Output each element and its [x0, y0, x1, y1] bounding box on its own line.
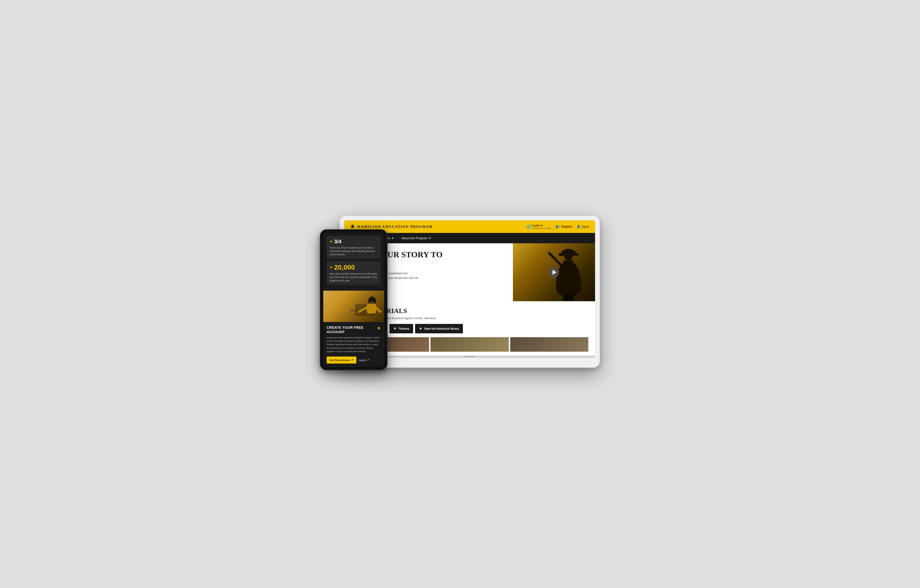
play-button[interactable] — [549, 267, 559, 278]
nav-about-label: About the Program — [401, 236, 428, 240]
scene: ★ Hamilton Education Program 🌐 English ▾… — [315, 206, 605, 382]
svg-rect-8 — [569, 294, 574, 301]
device-wrapper: ★ Hamilton Education Program 🌐 English ▾… — [320, 215, 600, 368]
stat-big-card: ★ 20,000 More than 20,000 students from … — [327, 261, 381, 285]
phone-stats-area: ★ 3/4 Three out of four students can now… — [323, 233, 384, 291]
phone-login-arrow: ↗ — [367, 359, 369, 362]
hero-image — [513, 243, 595, 301]
stat-fraction-row: ★ 3/4 — [330, 239, 378, 245]
phone-action-buttons: Get Free Access ↗ Log In ↗ — [327, 357, 381, 363]
stat-fraction-text: Three out of four students can now see a… — [330, 246, 378, 256]
stat-big-value: 20,000 — [334, 263, 355, 271]
svg-rect-6 — [569, 279, 574, 296]
stat-fraction-card: ★ 3/4 Three out of four students can now… — [327, 236, 381, 259]
hist-btn-library-label: View full historical library — [424, 327, 459, 330]
create-account-star: ★ — [377, 325, 381, 331]
tablet-home-indicator — [465, 356, 475, 357]
language-label: English — [532, 224, 541, 227]
site-logo: ★ Hamilton Education Program — [350, 223, 433, 230]
login-label: Log In — [581, 225, 589, 228]
logo-star-icon: ★ — [350, 223, 355, 230]
themes-icon: ✦ — [393, 326, 397, 331]
svg-rect-12 — [367, 304, 376, 313]
phone-person-silhouette — [345, 291, 384, 322]
stat-fraction-star: ★ — [330, 239, 333, 244]
register-button[interactable]: 👤+ Register — [555, 225, 572, 228]
phone-hero-image — [323, 291, 384, 322]
language-selector[interactable]: 🌐 English ▾ Powered by Google — [527, 224, 551, 229]
phone-login-link[interactable]: Log In ↗ — [359, 359, 369, 362]
create-account-title: CREATE YOUR FREE ACCOUNT — [327, 325, 377, 334]
nav-item-about[interactable]: About the Program ▾ — [401, 236, 431, 240]
lang-text-group: English ▾ Powered by Google — [532, 224, 551, 229]
get-free-access-button[interactable]: Get Free Access ↗ — [327, 357, 356, 363]
site-title: Hamilton Education Program — [357, 225, 433, 229]
svg-rect-4 — [559, 253, 578, 256]
phone-device: ★ 3/4 Three out of four students can now… — [320, 229, 387, 370]
svg-line-3 — [547, 248, 549, 253]
globe-icon: 🌐 — [527, 225, 531, 229]
svg-rect-5 — [564, 279, 569, 296]
header-actions: 🌐 English ▾ Powered by Google 👤+ Registe… — [527, 224, 589, 229]
phone-create-account: CREATE YOUR FREE ACCOUNT ★ Welcome to th… — [323, 322, 384, 367]
thumbnail-3 — [510, 337, 588, 352]
nav-explore-chevron: ▾ — [392, 236, 394, 240]
phone-login-label: Log In — [359, 359, 366, 362]
register-label: Register — [562, 225, 572, 228]
hist-btn-themes-label: Themes — [398, 327, 409, 330]
thumbnail-2 — [431, 337, 509, 352]
phone-screen: ★ 3/4 Three out of four students can now… — [323, 233, 384, 367]
hist-btn-full-library[interactable]: ✦ View full historical library — [415, 324, 463, 333]
register-icon: 👤+ — [555, 225, 560, 228]
play-triangle-icon — [552, 270, 556, 275]
stat-big-star: ★ — [330, 265, 333, 270]
library-icon: ✦ — [419, 326, 422, 331]
stat-big-num-row: ★ 20,000 — [330, 263, 378, 271]
create-account-body: Welcome to the Hamilton Education Progra… — [327, 336, 381, 353]
get-free-arrow-icon: ↗ — [351, 359, 353, 362]
hist-btn-themes[interactable]: ✦ Themes — [389, 324, 413, 333]
create-account-header: CREATE YOUR FREE ACCOUNT ★ — [327, 325, 381, 334]
powered-by-google: Powered by Google — [532, 227, 551, 229]
nav-about-chevron: ▾ — [429, 236, 431, 240]
chevron-down-icon: ▾ — [541, 224, 543, 227]
stat-fraction-number: 3/4 — [334, 239, 342, 245]
login-button[interactable]: 👤 Log In — [577, 225, 589, 228]
get-free-label: Get Free Access — [330, 359, 350, 362]
stat-big-text: More than 20,000 students from all 50 st… — [330, 272, 378, 283]
login-icon: 👤 — [577, 225, 580, 228]
svg-rect-7 — [563, 294, 569, 301]
